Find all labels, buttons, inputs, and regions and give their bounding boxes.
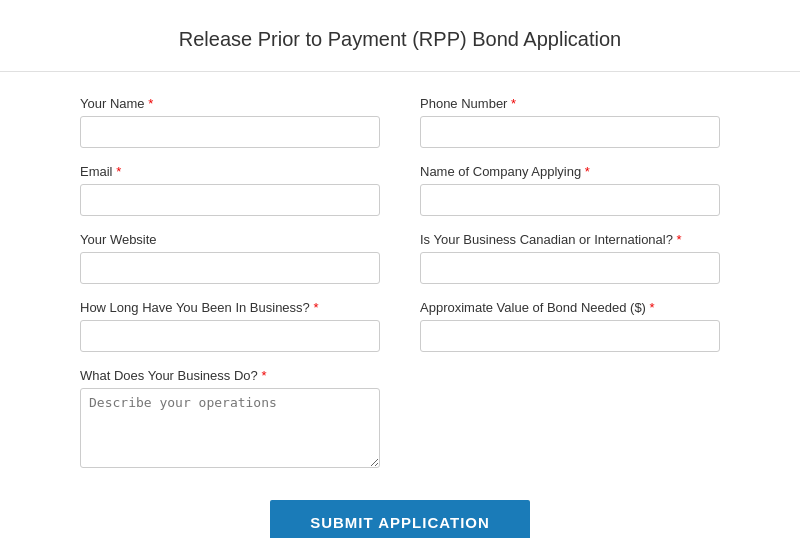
business-type-label: Is Your Business Canadian or Internation… xyxy=(420,232,720,247)
phone-number-label: Phone Number * xyxy=(420,96,720,111)
bond-value-input[interactable] xyxy=(420,320,720,352)
required-indicator: * xyxy=(585,164,590,179)
website-label: Your Website xyxy=(80,232,380,247)
company-name-label: Name of Company Applying * xyxy=(420,164,720,179)
required-indicator: * xyxy=(511,96,516,111)
business-description-label: What Does Your Business Do? * xyxy=(80,368,720,383)
your-name-input[interactable] xyxy=(80,116,380,148)
email-label: Email * xyxy=(80,164,380,179)
required-indicator: * xyxy=(313,300,318,315)
business-type-input[interactable] xyxy=(420,252,720,284)
business-description-textarea[interactable] xyxy=(80,388,380,468)
required-indicator: * xyxy=(677,232,682,247)
company-name-input[interactable] xyxy=(420,184,720,216)
required-indicator: * xyxy=(116,164,121,179)
your-name-label: Your Name * xyxy=(80,96,380,111)
required-indicator: * xyxy=(650,300,655,315)
submit-application-button[interactable]: SUBMIT APPLICATION xyxy=(270,500,530,538)
bond-value-label: Approximate Value of Bond Needed ($) * xyxy=(420,300,720,315)
years-in-business-input[interactable] xyxy=(80,320,380,352)
email-input[interactable] xyxy=(80,184,380,216)
years-in-business-label: How Long Have You Been In Business? * xyxy=(80,300,380,315)
phone-number-input[interactable] xyxy=(420,116,720,148)
page-title: Release Prior to Payment (RPP) Bond Appl… xyxy=(20,28,780,51)
required-indicator: * xyxy=(148,96,153,111)
required-indicator: * xyxy=(261,368,266,383)
website-input[interactable] xyxy=(80,252,380,284)
